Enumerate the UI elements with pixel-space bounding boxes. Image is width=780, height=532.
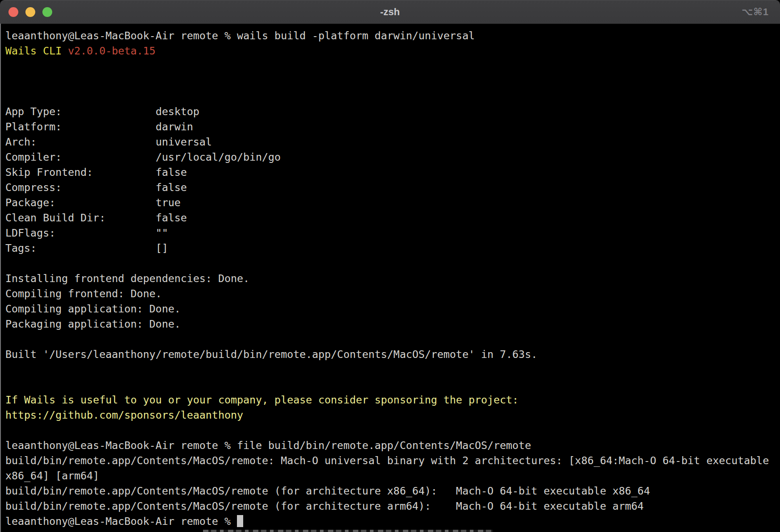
terminal-text-segment: Installing frontend dependencies: Done.	[5, 272, 249, 284]
terminal-line	[5, 423, 778, 438]
terminal-text-segment: https://github.com/sponsors/leaanthony	[5, 409, 243, 421]
terminal-line: build/bin/remote.app/Contents/MacOS/remo…	[5, 499, 778, 514]
terminal-text-segment: ""	[156, 227, 168, 239]
terminal-window: -zsh ⌥⌘1 leaanthony@Leas-MacBook-Air rem…	[0, 0, 780, 532]
terminal-text-segment: Clean Build Dir:	[5, 212, 156, 224]
terminal-output[interactable]: leaanthony@Leas-MacBook-Air remote % wai…	[0, 24, 780, 532]
terminal-text-segment: Compiler:	[5, 151, 156, 163]
terminal-line	[5, 256, 778, 271]
terminal-line: If Wails is useful to you or your compan…	[5, 392, 778, 407]
terminal-line: Skip Frontend: false	[5, 165, 778, 180]
terminal-text-segment: Wails CLI	[5, 45, 68, 57]
terminal-line: Built '/Users/leaanthony/remote/build/bi…	[5, 347, 778, 362]
terminal-text-segment: leaanthony@Leas-MacBook-Air remote %	[5, 515, 237, 527]
terminal-line	[5, 58, 778, 74]
terminal-text-segment: leaanthony@Leas-MacBook-Air remote % wai…	[5, 29, 475, 42]
terminal-line: Packaging application: Done.	[5, 316, 778, 332]
terminal-text-segment: false	[156, 212, 187, 224]
terminal-line: leaanthony@Leas-MacBook-Air remote % fil…	[5, 438, 778, 453]
terminal-line: https://github.com/sponsors/leaanthony	[5, 407, 778, 423]
terminal-text-segment: Skip Frontend:	[5, 166, 156, 178]
terminal-text-segment: Compiling frontend: Done.	[5, 287, 162, 299]
window-title: -zsh	[0, 0, 780, 24]
terminal-text-segment: Package:	[5, 196, 156, 208]
terminal-line: Clean Build Dir: false	[5, 210, 778, 225]
occluded-window-sliver	[203, 530, 493, 532]
terminal-line: leaanthony@Leas-MacBook-Air remote % wai…	[5, 28, 778, 43]
terminal-text-segment: leaanthony@Leas-MacBook-Air remote % fil…	[5, 439, 531, 451]
terminal-line: Compiling frontend: Done.	[5, 286, 778, 301]
tab-shortcut-badge: ⌥⌘1	[742, 0, 769, 24]
terminal-line	[5, 89, 778, 104]
terminal-text-segment: Arch:	[5, 136, 156, 148]
terminal-text-segment: false	[156, 166, 187, 178]
terminal-text-segment: Packaging application: Done.	[5, 318, 181, 330]
terminal-text-segment: darwin	[156, 121, 193, 133]
terminal-text-segment: desktop	[156, 105, 199, 117]
terminal-text-segment: /usr/local/go/bin/go	[156, 151, 281, 163]
terminal-line: Platform: darwin	[5, 119, 778, 134]
terminal-line: Compress: false	[5, 180, 778, 195]
terminal-line: Tags: []	[5, 241, 778, 256]
terminal-line: build/bin/remote.app/Contents/MacOS/remo…	[5, 453, 778, 468]
terminal-text-segment: v2.0.0-beta.15	[68, 45, 155, 57]
terminal-line	[5, 74, 778, 89]
terminal-line: Compiling application: Done.	[5, 301, 778, 316]
terminal-text-segment: App Type:	[5, 105, 156, 117]
terminal-text-segment: []	[156, 242, 168, 254]
terminal-text-segment: Platform:	[5, 121, 156, 133]
terminal-text-segment: Tags:	[5, 242, 156, 254]
terminal-text-segment: If Wails is useful to you or your compan…	[5, 394, 519, 406]
terminal-text-segment: false	[156, 181, 187, 193]
terminal-text-segment: LDFlags:	[5, 227, 156, 239]
terminal-text-segment: Compress:	[5, 181, 156, 193]
window-left-edge	[0, 24, 1, 532]
terminal-text-segment: x86_64] [arm64]	[5, 470, 99, 482]
terminal-line: LDFlags: ""	[5, 225, 778, 241]
terminal-text-segment: build/bin/remote.app/Contents/MacOS/remo…	[5, 485, 650, 497]
terminal-line	[5, 362, 778, 377]
terminal-line: Installing frontend dependencies: Done.	[5, 271, 778, 286]
terminal-line: Wails CLI v2.0.0-beta.15	[5, 43, 778, 58]
terminal-line	[5, 332, 778, 347]
terminal-line: Package: true	[5, 195, 778, 210]
terminal-text-segment: Built '/Users/leaanthony/remote/build/bi…	[5, 348, 537, 360]
terminal-line: build/bin/remote.app/Contents/MacOS/remo…	[5, 483, 778, 499]
terminal-cursor	[237, 515, 243, 527]
terminal-line: x86_64] [arm64]	[5, 468, 778, 483]
terminal-text-segment: build/bin/remote.app/Contents/MacOS/remo…	[5, 500, 644, 512]
terminal-line: leaanthony@Leas-MacBook-Air remote %	[5, 514, 778, 529]
terminal-line: Arch: universal	[5, 134, 778, 150]
terminal-line: App Type: desktop	[5, 104, 778, 119]
window-titlebar[interactable]: -zsh ⌥⌘1	[0, 0, 780, 24]
terminal-line	[5, 377, 778, 392]
terminal-text-segment: true	[156, 196, 181, 208]
terminal-text-segment: universal	[156, 136, 212, 148]
terminal-line: Compiler: /usr/local/go/bin/go	[5, 150, 778, 165]
terminal-text-segment: build/bin/remote.app/Contents/MacOS/remo…	[5, 454, 769, 466]
terminal-text-segment: Compiling application: Done.	[5, 303, 181, 315]
